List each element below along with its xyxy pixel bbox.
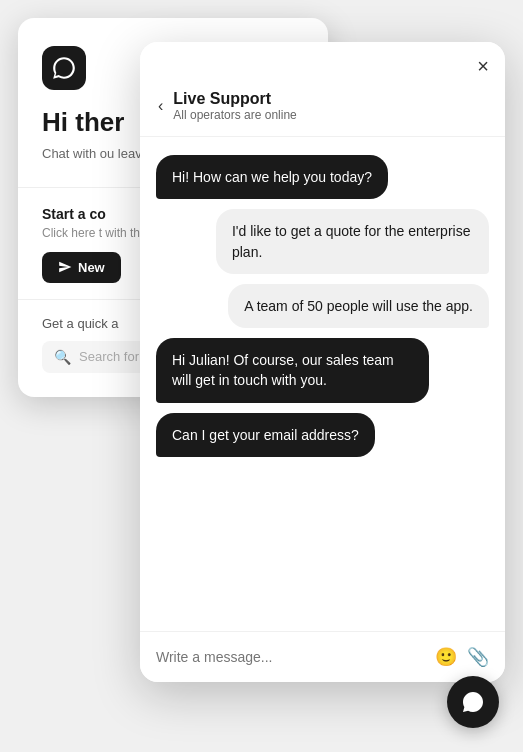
floating-chat-button[interactable] bbox=[447, 676, 499, 728]
chat-header-title: Live Support bbox=[173, 90, 296, 108]
new-conversation-button[interactable]: New bbox=[42, 252, 121, 283]
new-convo-label: New bbox=[78, 260, 105, 275]
chat-message: Hi! How can we help you today? bbox=[156, 155, 388, 199]
chat-input-area: 🙂 📎 bbox=[140, 631, 505, 682]
chat-messages: Hi! How can we help you today?I'd like t… bbox=[140, 137, 505, 631]
search-icon: 🔍 bbox=[54, 349, 71, 365]
chat-header: ‹ Live Support All operators are online bbox=[140, 82, 505, 137]
chat-header-status: All operators are online bbox=[173, 108, 296, 122]
chat-header-info: Live Support All operators are online bbox=[173, 90, 296, 122]
attachment-button[interactable]: 📎 bbox=[467, 646, 489, 668]
chat-message: Can I get your email address? bbox=[156, 413, 375, 457]
chat-input-icons: 🙂 📎 bbox=[435, 646, 489, 668]
chat-message: A team of 50 people will use the app. bbox=[228, 284, 489, 328]
chat-topbar: × bbox=[140, 42, 505, 82]
message-input[interactable] bbox=[156, 649, 425, 665]
send-icon bbox=[58, 260, 72, 274]
logo-icon bbox=[51, 55, 77, 81]
chat-message: I'd like to get a quote for the enterpri… bbox=[216, 209, 489, 274]
chat-panel: × ‹ Live Support All operators are onlin… bbox=[140, 42, 505, 682]
logo bbox=[42, 46, 86, 90]
chat-message: Hi Julian! Of course, our sales team wil… bbox=[156, 338, 429, 403]
close-button[interactable]: × bbox=[477, 56, 489, 76]
floating-chat-icon bbox=[461, 690, 485, 714]
emoji-button[interactable]: 🙂 bbox=[435, 646, 457, 668]
back-button[interactable]: ‹ bbox=[158, 97, 163, 115]
